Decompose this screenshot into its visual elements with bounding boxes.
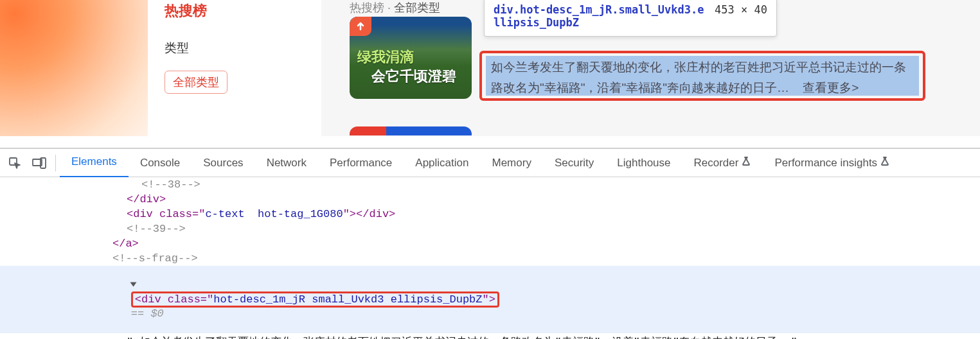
tab-application[interactable]: Application [404,148,480,178]
selected-node-indicator: == $0 [131,308,164,320]
tab-elements[interactable]: Elements [60,148,129,178]
inspected-element-content[interactable]: 如今兰考发生了翻天覆地的变化，张庄村的老百姓把习近平总书记走过的一条路改名为"幸… [486,56,919,96]
card-title-line2: 会它千顷澄碧 [371,67,456,86]
breadcrumb-current: 全部类型 [394,1,440,14]
dom-node-close-div[interactable]: </div> [0,192,980,207]
tab-console[interactable]: Console [129,148,192,178]
tooltip-dimensions: 453 × 40 [715,3,767,16]
dom-node-selected-hot-desc[interactable]: <div class="hot-desc_1m_jR small_Uvkd3 e… [0,266,980,333]
sidebar-chip-all-types[interactable]: 全部类型 [165,71,227,94]
devtools-element-tooltip: div.hot-desc_1m_jR.small_Uvkd3.ellipsis_… [484,0,777,37]
beaker-icon [741,156,751,170]
tab-recorder-label: Recorder [694,157,739,170]
read-more-link[interactable]: 查看更多> [803,81,859,94]
dom-node-comment-38[interactable]: <!--38--> [0,177,980,192]
dom-node-close-a[interactable]: </a> [0,236,980,251]
devtools-toolbar: Elements Console Sources Network Perform… [0,148,980,177]
news-card-2-peek[interactable] [350,126,472,135]
dom-node-ctext-div[interactable]: <div class="c-text hot-tag_1G080"></div> [0,207,980,222]
inspected-element-highlight: 如今兰考发生了翻天覆地的变化，张庄村的老百姓把习近平总书记走过的一条路改名为"幸… [479,51,925,101]
tooltip-selector: div.hot-desc_1m_jR.small_Uvkd3.ellipsis_… [494,3,706,29]
orange-gradient-bg [0,0,148,136]
toolbar-divider [55,155,56,171]
page-top-area: 热搜榜 类型 全部类型 热搜榜 · 全部类型 绿我涓滴 会它千顷澄碧 div.h… [0,0,980,136]
news-card-1[interactable]: 绿我涓滴 会它千顷澄碧 [350,17,472,99]
tab-recorder[interactable]: Recorder [682,148,763,178]
tab-perf-insights-label: Performance insights [774,157,877,170]
content-area: 热搜榜 · 全部类型 绿我涓滴 会它千顷澄碧 div.hot-desc_1m_j… [341,0,980,136]
sidebar-section-label: 类型 [165,40,305,56]
tab-performance[interactable]: Performance [318,148,404,178]
devtools-elements-panel[interactable]: <!--38--> </div> <div class="c-text hot-… [0,177,980,339]
beaker-icon [880,156,890,170]
sidebar: 热搜榜 类型 全部类型 [148,0,321,136]
tab-security[interactable]: Security [543,148,605,178]
tab-network[interactable]: Network [255,148,318,178]
tab-performance-insights[interactable]: Performance insights [763,148,902,178]
sidebar-tab-title[interactable]: 热搜榜 [165,0,305,21]
tab-sources[interactable]: Sources [192,148,254,178]
inspect-element-icon[interactable] [5,153,24,173]
trending-up-icon [350,17,371,36]
annotation-highlight-box: <div class="hot-desc_1m_jR small_Uvkd3 e… [131,291,499,308]
dom-node-sfrag-comment[interactable]: <!--s-frag--> [0,251,980,266]
disclosure-triangle-icon[interactable] [130,282,136,287]
tab-lighthouse[interactable]: Lighthouse [605,148,682,178]
device-toolbar-icon[interactable] [30,153,49,173]
tab-memory[interactable]: Memory [480,148,542,178]
dom-node-comment-39[interactable]: <!--39--> [0,222,980,236]
dom-text-node-description[interactable]: " 如今兰考发生了翻天覆地的变化，张庄村的老百姓把习近平总书记走过的一条路改名为… [0,333,980,339]
card-title-line1: 绿我涓滴 [357,48,414,67]
